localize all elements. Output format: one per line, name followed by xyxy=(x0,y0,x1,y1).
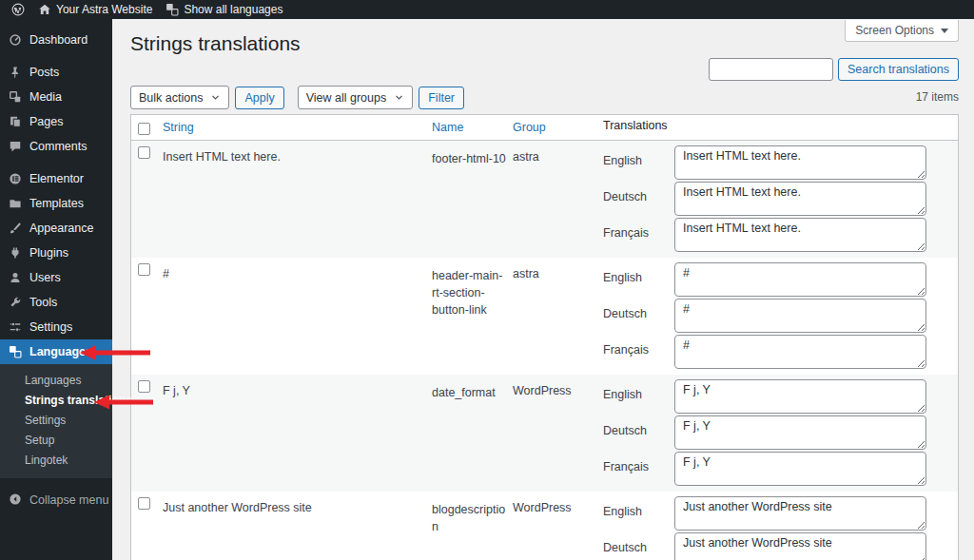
translation-language-label: Français xyxy=(598,452,674,473)
row-checkbox[interactable] xyxy=(138,263,150,276)
translation-row: English xyxy=(598,262,958,297)
translation-input[interactable] xyxy=(674,262,926,297)
column-header-group[interactable]: Group xyxy=(513,115,598,140)
translation-row: English xyxy=(598,496,958,531)
show-all-languages-button[interactable]: Show all languages xyxy=(162,0,286,19)
translation-language-label: Français xyxy=(598,335,674,357)
translation-input[interactable] xyxy=(674,496,926,531)
comments-icon xyxy=(9,140,22,153)
row-translations: English Deutsch Français xyxy=(598,141,958,258)
strings-table: String Name Group Translations Insert HT… xyxy=(130,114,959,560)
select-all-checkbox[interactable] xyxy=(138,123,150,135)
sidebar-item-posts[interactable]: Posts xyxy=(0,60,112,85)
translation-language-label: English xyxy=(598,262,674,284)
sidebar-item-pages[interactable]: Pages xyxy=(0,109,112,134)
sidebar-item-plugins[interactable]: Plugins xyxy=(0,241,112,265)
search-area: Search translations xyxy=(709,58,959,81)
collapse-menu-label: Collapse menu xyxy=(29,493,108,507)
apply-button[interactable]: Apply xyxy=(235,87,283,109)
chevron-down-icon xyxy=(210,92,221,103)
row-string: Insert HTML text here. xyxy=(157,141,432,258)
sidebar-item-users[interactable]: Users xyxy=(0,265,112,290)
row-group: WordPress xyxy=(513,492,598,560)
translation-language-label: English xyxy=(598,379,674,401)
row-checkbox[interactable] xyxy=(138,146,150,159)
sidebar-item-languages[interactable]: Languages xyxy=(0,339,112,364)
chevron-down-icon xyxy=(941,29,948,33)
translation-row: Français xyxy=(598,335,958,369)
pages-icon xyxy=(9,115,22,128)
translation-input[interactable] xyxy=(674,335,926,369)
translation-input[interactable] xyxy=(674,415,926,450)
dashboard-icon xyxy=(9,33,22,47)
toolbar: Bulk actions Apply View all groups Filte… xyxy=(130,86,464,109)
site-name: Your Astra Website xyxy=(56,3,152,16)
column-header-string[interactable]: String xyxy=(157,115,432,140)
screen-options-label: Screen Options xyxy=(855,24,934,37)
table-row: Just another WordPress site blogdescript… xyxy=(131,492,958,560)
elementor-icon xyxy=(9,172,22,185)
submenu-item-lingotek[interactable]: Lingotek xyxy=(0,451,112,471)
sidebar-item-tools[interactable]: Tools xyxy=(0,290,112,315)
translation-input[interactable] xyxy=(674,145,926,180)
translation-input[interactable] xyxy=(674,299,926,333)
row-translations: English Deutsch Français xyxy=(598,375,958,492)
users-icon xyxy=(9,271,22,284)
show-all-languages-label: Show all languages xyxy=(184,3,282,16)
translation-input[interactable] xyxy=(674,218,926,252)
row-group: astra xyxy=(513,258,598,375)
search-input[interactable] xyxy=(709,58,833,81)
sidebar-menu: Dashboard Posts Media Pages Comments Ele… xyxy=(0,28,112,339)
group-filter-label: View all groups xyxy=(306,91,387,105)
wordpress-admin-screen: Your Astra Website Show all languages Da… xyxy=(0,0,974,560)
translation-row: Deutsch xyxy=(598,182,958,216)
languages-submenu: LanguagesStrings translationsSettingsSet… xyxy=(0,364,112,478)
sidebar-item-label: Languages xyxy=(29,345,92,358)
submenu-item-settings[interactable]: Settings xyxy=(0,411,112,431)
plugin-icon xyxy=(9,246,22,260)
translation-input[interactable] xyxy=(674,379,926,414)
sidebar-item-media[interactable]: Media xyxy=(0,85,112,109)
menu-separator xyxy=(0,159,112,166)
translation-input[interactable] xyxy=(674,532,926,560)
table-header: String Name Group Translations xyxy=(131,115,958,141)
translation-input[interactable] xyxy=(674,182,926,216)
translation-input[interactable] xyxy=(674,452,926,486)
row-checkbox[interactable] xyxy=(138,497,150,510)
screen-options-button[interactable]: Screen Options xyxy=(845,20,959,42)
column-header-translations: Translations xyxy=(598,115,958,140)
wordpress-menu-button[interactable] xyxy=(8,0,29,19)
translation-row: Deutsch xyxy=(598,299,958,333)
group-filter-select[interactable]: View all groups xyxy=(298,86,414,109)
sidebar-item-comments[interactable]: Comments xyxy=(0,134,112,159)
main-content: Screen Options Strings translations Sear… xyxy=(112,19,974,560)
submenu-item-setup[interactable]: Setup xyxy=(0,431,112,451)
sidebar-item-templates[interactable]: Templates xyxy=(0,191,112,216)
table-row: Insert HTML text here. footer-html-10 as… xyxy=(131,141,958,258)
sidebar-item-elementor[interactable]: Elementor xyxy=(0,166,112,191)
search-translations-button[interactable]: Search translations xyxy=(838,58,959,81)
row-string: # xyxy=(157,258,432,375)
submenu-item-languages[interactable]: Languages xyxy=(0,371,112,391)
row-checkbox[interactable] xyxy=(138,380,150,393)
row-translations: English Deutsch Français xyxy=(598,258,958,375)
column-header-name[interactable]: Name xyxy=(432,115,513,140)
translation-icon xyxy=(166,3,179,16)
sidebar-item-settings[interactable]: Settings xyxy=(0,315,112,339)
filter-button[interactable]: Filter xyxy=(419,87,464,109)
sidebar-item-dashboard[interactable]: Dashboard xyxy=(0,28,112,52)
collapse-menu-button[interactable]: Collapse menu xyxy=(0,488,112,512)
translation-row: Deutsch xyxy=(598,415,958,450)
translation-row: English xyxy=(598,379,958,414)
translation-icon xyxy=(9,345,22,358)
pushpin-icon xyxy=(9,66,22,79)
sidebar-item-appearance[interactable]: Appearance xyxy=(0,216,112,241)
submenu-item-strings-translations[interactable]: Strings translations xyxy=(0,391,112,411)
bulk-actions-select[interactable]: Bulk actions xyxy=(130,86,229,109)
translation-language-label: English xyxy=(598,496,674,518)
collapse-icon xyxy=(9,492,22,509)
row-name: date_format xyxy=(432,375,513,492)
wordpress-logo xyxy=(11,3,25,16)
brush-icon xyxy=(9,222,22,235)
site-link[interactable]: Your Astra Website xyxy=(34,0,156,19)
